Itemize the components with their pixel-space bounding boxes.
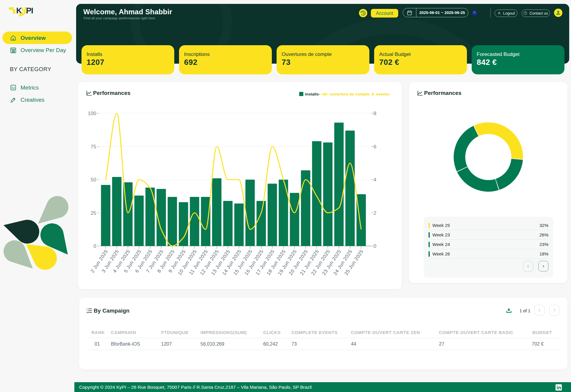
svg-text:PI: PI	[26, 6, 33, 15]
svg-text:6: 6	[374, 144, 376, 150]
svg-text:100: 100	[88, 111, 96, 116]
svg-text:4: 4	[374, 177, 376, 183]
svg-text:50: 50	[91, 177, 96, 183]
svg-text:2: 2	[374, 210, 376, 216]
svg-text:8: 8	[374, 111, 376, 116]
svg-text:25: 25	[91, 210, 96, 216]
svg-text:0: 0	[93, 243, 96, 249]
svg-text:75: 75	[91, 144, 96, 150]
svg-text:0: 0	[374, 243, 376, 249]
